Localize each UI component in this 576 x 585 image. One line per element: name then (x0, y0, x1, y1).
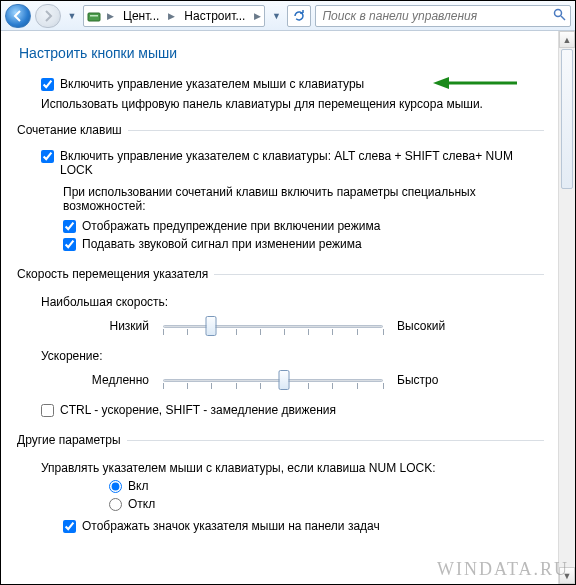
breadcrumb-seg-2[interactable]: Настроит... (178, 6, 251, 26)
refresh-button[interactable] (287, 5, 311, 27)
numlock-on-radio[interactable] (109, 480, 122, 493)
section-other-legend: Другие параметры (17, 433, 127, 447)
section-other: Другие параметры Управлять указателем мы… (19, 433, 544, 537)
enable-mousekeys-checkbox[interactable] (41, 78, 54, 91)
page-title: Настроить кнопки мыши (19, 45, 544, 61)
slider-low-cap: Низкий (19, 319, 149, 333)
enable-mousekeys-label: Включить управление указателем мыши с кл… (60, 77, 364, 91)
slider-high-cap: Высокий (397, 319, 445, 333)
show-warning-label: Отображать предупреждение при включении … (82, 219, 380, 233)
show-icon-checkbox[interactable] (63, 520, 76, 533)
slider-slow-cap: Медленно (19, 373, 149, 387)
numlock-on-label: Вкл (128, 479, 148, 493)
svg-point-2 (555, 9, 562, 16)
enable-combo-label: Включить управление указателем с клавиат… (60, 149, 544, 177)
address-bar: ▼ ▶ Цент... ▶ Настроит... ▶ ▼ (1, 1, 575, 31)
numlock-off-label: Откл (128, 497, 155, 511)
search-input[interactable] (320, 8, 549, 24)
svg-line-3 (561, 16, 565, 20)
vertical-scrollbar[interactable]: ▲ ▼ (558, 31, 575, 584)
play-sound-checkbox[interactable] (63, 238, 76, 251)
search-icon (549, 8, 566, 24)
section-speed: Скорость перемещения указателя Наибольша… (19, 267, 544, 421)
numlock-question: Управлять указателем мыши с клавиатуры, … (41, 461, 544, 475)
nav-forward-button[interactable] (35, 4, 61, 28)
content-pane: Настроить кнопки мыши Включить управлени… (1, 31, 558, 584)
breadcrumb-seg-1[interactable]: Цент... (117, 6, 165, 26)
nav-history-dropdown[interactable]: ▼ (65, 4, 79, 28)
control-panel-icon (84, 6, 104, 26)
scroll-up-button[interactable]: ▲ (559, 31, 575, 48)
section-shortcut-legend: Сочетание клавиш (17, 123, 128, 137)
svg-rect-0 (88, 13, 100, 21)
breadcrumb[interactable]: ▶ Цент... ▶ Настроит... ▶ (83, 5, 265, 27)
on-use-subhead: При использовании сочетаний клавиш включ… (63, 185, 503, 213)
section-speed-legend: Скорость перемещения указателя (17, 267, 214, 281)
chevron-right-icon: ▶ (251, 11, 264, 21)
max-speed-label: Наибольшая скорость: (41, 295, 544, 309)
slider-fast-cap: Быстро (397, 373, 438, 387)
search-box[interactable] (315, 5, 571, 27)
show-warning-checkbox[interactable] (63, 220, 76, 233)
play-sound-label: Подавать звуковой сигнал при изменении р… (82, 237, 362, 251)
max-speed-slider[interactable] (163, 313, 383, 339)
nav-back-button[interactable] (5, 4, 31, 28)
numlock-off-radio[interactable] (109, 498, 122, 511)
show-icon-label: Отображать значок указателя мыши на пане… (82, 519, 380, 533)
breadcrumb-dropdown-icon[interactable]: ▼ (269, 4, 283, 28)
chevron-right-icon: ▶ (104, 11, 117, 21)
enable-mousekeys-desc: Использовать цифровую панель клавиатуры … (41, 97, 544, 111)
section-shortcut: Сочетание клавиш Включить управление ука… (19, 123, 544, 255)
scroll-down-button[interactable]: ▼ (559, 567, 575, 584)
accel-label: Ускорение: (41, 349, 544, 363)
ctrl-shift-label: CTRL - ускорение, SHIFT - замедление дви… (60, 403, 336, 417)
chevron-right-icon: ▶ (165, 11, 178, 21)
svg-rect-1 (90, 15, 98, 17)
ctrl-shift-checkbox[interactable] (41, 404, 54, 417)
accel-slider[interactable] (163, 367, 383, 393)
scroll-thumb[interactable] (561, 49, 573, 189)
enable-combo-checkbox[interactable] (41, 150, 54, 163)
